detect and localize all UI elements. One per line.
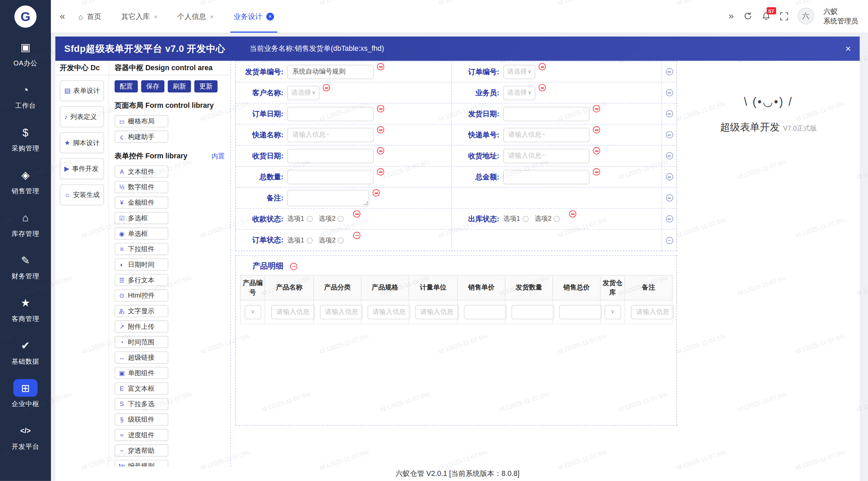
detail-ship-qty-input[interactable] <box>512 305 554 319</box>
builtin-link[interactable]: 内置 <box>212 152 225 161</box>
sidebar-item-sales[interactable]: ◈销售管理 <box>12 161 39 201</box>
lib-item-grid-layout[interactable]: ⚏栅格布局 <box>115 115 168 127</box>
remove-field-icon[interactable] <box>593 126 600 133</box>
remove-field-icon[interactable] <box>353 232 360 239</box>
remove-field-icon[interactable] <box>593 105 600 112</box>
detail-sale-total-input[interactable] <box>559 305 602 319</box>
notifications-button[interactable]: 57 <box>762 12 770 21</box>
lib-item-checkbox[interactable]: ☑多选框 <box>115 212 168 224</box>
remove-field-icon[interactable] <box>373 189 380 196</box>
update-button[interactable]: 更新 <box>194 80 218 93</box>
radio-option[interactable]: 选项1 <box>503 214 529 224</box>
row-remove-icon[interactable] <box>666 194 673 201</box>
sidebar-item-oa-office[interactable]: ▣OA办公 <box>12 33 39 73</box>
remove-field-icon[interactable] <box>569 210 576 217</box>
tab-business-design[interactable]: 业务设计× <box>234 0 274 33</box>
remove-detail-icon[interactable] <box>290 263 297 270</box>
detail-product-name-input[interactable]: 请输入信息~ <box>271 305 315 319</box>
dev-item-event-develop[interactable]: ▶事件开发 <box>60 158 104 179</box>
lib-item-attachment-upload[interactable]: ↗附件上传 <box>115 320 168 333</box>
field-receive-address-input[interactable]: 请输入信息~ <box>503 148 590 163</box>
close-tab-icon[interactable]: × <box>210 13 214 20</box>
sidebar-item-enterprise-hub[interactable]: ⊞企业中枢 <box>12 374 39 414</box>
close-tab-icon[interactable]: × <box>266 13 274 20</box>
dev-item-form-design[interactable]: ▤表单设计 <box>60 80 104 101</box>
field-customer-name-select[interactable]: 请选择∨ <box>287 85 319 100</box>
lib-item-richtext[interactable]: E富文本框 <box>115 382 168 395</box>
dev-item-list-definition[interactable]: ♪列表定义 <box>60 106 104 127</box>
field-express-name-input[interactable]: 请输入信息~ <box>287 127 374 142</box>
field-total-qty-input[interactable] <box>287 169 374 184</box>
collapse-sidebar-icon[interactable] <box>60 11 65 22</box>
sidebar-item-workbench[interactable]: ◔工作台 <box>12 76 39 116</box>
lib-item-build-assistant[interactable]: ς构建助手 <box>115 131 168 143</box>
lib-item-single-image[interactable]: ▣单图组件 <box>115 367 168 379</box>
row-remove-icon[interactable] <box>666 131 673 138</box>
lib-item-hyperlink[interactable]: ↔超级链接 <box>115 352 168 364</box>
radio-option[interactable]: 选项2 <box>319 236 344 245</box>
config-button[interactable]: 配置 <box>115 80 138 93</box>
user-info[interactable]: 六蚁 系统管理员 <box>824 7 858 25</box>
lib-item-text-component[interactable]: A文本组件 <box>115 165 168 178</box>
radio-option[interactable]: 选项2 <box>319 214 344 224</box>
remove-field-icon[interactable] <box>593 168 600 175</box>
field-order-date-input[interactable] <box>287 106 374 121</box>
detail-product-category-input[interactable]: 请输入信息~ <box>320 305 363 319</box>
row-remove-icon[interactable] <box>666 173 673 180</box>
lib-item-datetime[interactable]: ◐日期时间 <box>115 258 168 270</box>
sidebar-item-base-data[interactable]: ✔基础数据 <box>12 332 39 372</box>
lib-item-dropdown-multi[interactable]: S下拉多选 <box>115 398 168 410</box>
row-remove-icon[interactable] <box>666 152 673 159</box>
more-tabs-icon[interactable] <box>729 11 734 22</box>
sidebar-item-inventory[interactable]: ⌂库存管理 <box>12 204 39 244</box>
radio-option[interactable]: 选项1 <box>287 236 313 245</box>
lib-item-progress[interactable]: ≈进度组件 <box>115 429 168 441</box>
field-express-no-input[interactable]: 请输入信息~ <box>503 127 590 142</box>
remove-field-icon[interactable] <box>377 63 384 70</box>
save-button[interactable]: 保存 <box>141 80 164 93</box>
user-avatar[interactable]: 六 <box>797 8 814 25</box>
remove-field-icon[interactable] <box>323 84 330 91</box>
remove-field-icon[interactable] <box>377 168 384 175</box>
lib-item-multiline-text[interactable]: ☰多行文本 <box>115 274 168 286</box>
lib-item-html-control[interactable]: ⊙Html控件 <box>115 289 168 302</box>
remove-field-icon[interactable] <box>377 126 384 133</box>
field-total-amount-input[interactable] <box>503 169 590 184</box>
refresh-icon[interactable] <box>743 12 752 21</box>
detail-sale-price-input[interactable] <box>464 305 507 319</box>
lib-item-amount-component[interactable]: ¥金额组件 <box>115 197 168 209</box>
radio-option[interactable]: 选项1 <box>287 214 313 224</box>
refresh-button[interactable]: 刷新 <box>168 80 191 93</box>
detail-product-spec-input[interactable]: 请输入信息~ <box>368 305 410 319</box>
remove-field-icon[interactable] <box>377 105 384 112</box>
sidebar-item-customers[interactable]: ★客商管理 <box>12 289 39 329</box>
detail-product-no-select[interactable]: ∨ <box>244 305 261 319</box>
sidebar-item-purchase[interactable]: $采购管理 <box>12 118 39 158</box>
detail-remark-input[interactable]: 请输入信息~ <box>631 305 674 319</box>
row-remove-icon[interactable] <box>666 89 673 96</box>
detail-warehouse-select[interactable]: ∨ <box>604 305 621 319</box>
field-order-no-select[interactable]: 请选择∨ <box>503 64 535 79</box>
remove-field-icon[interactable] <box>539 84 546 91</box>
lib-item-cascade[interactable]: §级联组件 <box>115 414 168 426</box>
remove-field-icon[interactable] <box>377 147 384 154</box>
field-receive-date-input[interactable] <box>287 148 374 163</box>
tab-personal-info[interactable]: 个人信息× <box>177 0 214 33</box>
row-remove-icon[interactable] <box>666 237 673 244</box>
fullscreen-icon[interactable] <box>780 12 788 20</box>
field-remark-textarea[interactable] <box>287 189 369 206</box>
lib-item-dropdown[interactable]: ≡下拉组件 <box>115 243 168 255</box>
row-remove-icon[interactable] <box>666 215 673 222</box>
remove-field-icon[interactable] <box>593 147 600 154</box>
tab-home[interactable]: ⌂首页 <box>78 0 101 33</box>
row-remove-icon[interactable] <box>666 68 673 75</box>
field-ship-date-input[interactable] <box>503 106 590 121</box>
dev-item-script-design[interactable]: ★脚本设计 <box>60 132 104 153</box>
lib-item-text-display[interactable]: あ文字显示 <box>115 305 168 317</box>
lib-item-time-range[interactable]: ◔时间范围 <box>115 336 168 348</box>
lib-item-radio[interactable]: ◉单选框 <box>115 227 168 240</box>
sidebar-item-finance[interactable]: ✎财务管理 <box>12 246 39 286</box>
dev-item-install-generate[interactable]: ☼安装生成 <box>60 184 104 205</box>
tab-other-inbound[interactable]: 其它入库× <box>121 0 157 33</box>
lib-item-number-component[interactable]: ½数字组件 <box>115 181 168 193</box>
